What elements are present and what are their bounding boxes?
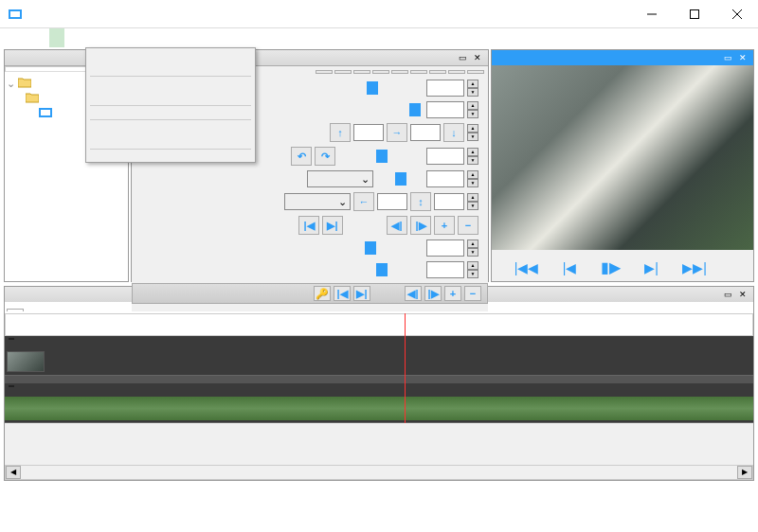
remove-icon[interactable]: −	[458, 216, 478, 235]
menu-render-all[interactable]	[88, 138, 253, 146]
panel-restore-icon[interactable]: ▭	[456, 52, 469, 63]
close-button[interactable]	[715, 0, 758, 27]
speed-button[interactable]	[410, 70, 427, 74]
add-icon[interactable]: +	[444, 286, 461, 301]
spinner-control[interactable]: ▲▼	[467, 239, 478, 257]
menu-remove-empty[interactable]	[88, 109, 253, 116]
slider-thumb-icon[interactable]	[365, 241, 376, 255]
panel-close-icon[interactable]: ✕	[736, 52, 749, 63]
menu-add-audio-track[interactable]	[88, 58, 253, 65]
play-pause-icon[interactable]: ▮▶	[601, 258, 621, 276]
spinner-control[interactable]: ▲▼	[467, 148, 478, 165]
panel-close-icon[interactable]: ✕	[471, 52, 484, 63]
speed-button[interactable]	[334, 70, 352, 74]
slider-thumb-icon[interactable]	[376, 150, 388, 163]
value-input[interactable]	[377, 193, 407, 210]
arrow-right-icon[interactable]: →	[387, 123, 407, 142]
arrow-left-icon[interactable]: ←	[353, 192, 374, 211]
scaling-combo[interactable]: ⌄	[307, 170, 373, 187]
arrow-down-icon[interactable]: ↓	[443, 123, 464, 142]
spinner-control[interactable]: ▲▼	[467, 170, 478, 187]
slider-thumb-icon[interactable]	[409, 103, 421, 116]
slider-control[interactable]	[338, 239, 424, 257]
slider-thumb-icon[interactable]	[376, 263, 388, 276]
speed-button[interactable]	[429, 70, 446, 74]
menu-view[interactable]	[34, 28, 49, 47]
spinner-control[interactable]: ▲▼	[467, 124, 478, 141]
menu-file[interactable]	[4, 28, 19, 47]
menu-remove-empty-tracks[interactable]	[88, 65, 253, 73]
slider-control[interactable]	[338, 80, 424, 97]
add-icon[interactable]: +	[434, 216, 455, 235]
spinner-control[interactable]: ▲▼	[467, 261, 478, 278]
scroll-left-icon[interactable]: ◀	[6, 466, 21, 479]
arrow-vert-icon[interactable]: ↕	[410, 192, 431, 211]
panel-restore-icon[interactable]: ▭	[721, 52, 734, 63]
alignment-combo[interactable]: ⌄	[284, 193, 351, 210]
arrow-up-icon[interactable]: ↑	[330, 123, 351, 142]
slider-thumb-icon[interactable]	[367, 81, 378, 95]
value-input[interactable]	[426, 239, 464, 257]
spinner-control[interactable]: ▲▼	[467, 193, 478, 210]
goto-end-icon[interactable]: ▶▶|	[682, 260, 707, 275]
prev-key-icon[interactable]: |◀	[298, 216, 319, 235]
slider-thumb-icon[interactable]	[395, 172, 406, 186]
menu-add-video-track[interactable]	[88, 50, 253, 58]
spinner-control[interactable]: ▲▼	[467, 101, 478, 118]
value-input[interactable]	[353, 124, 384, 141]
audio-track[interactable]	[5, 383, 753, 423]
video-track[interactable]	[5, 336, 753, 376]
next-icon[interactable]: |▶	[410, 216, 431, 235]
value-input[interactable]	[426, 261, 464, 278]
speed-button[interactable]	[467, 70, 484, 74]
maximize-button[interactable]	[673, 0, 715, 27]
timeline-tab[interactable]	[7, 309, 24, 311]
menu-help[interactable]	[95, 28, 110, 47]
scroll-right-icon[interactable]: ▶	[737, 466, 752, 479]
menu-edit[interactable]	[19, 28, 34, 47]
speed-button[interactable]	[448, 70, 465, 74]
step-back-icon[interactable]: |◀	[563, 260, 577, 275]
next-key-icon[interactable]: ▶|	[353, 286, 370, 301]
value-input[interactable]	[426, 148, 464, 165]
slider-control[interactable]	[338, 148, 424, 165]
value-input[interactable]	[410, 124, 441, 141]
menu-tools[interactable]	[64, 28, 80, 47]
menu-workspace[interactable]	[80, 28, 95, 47]
value-input[interactable]	[426, 101, 464, 118]
timeline-ruler[interactable]	[5, 313, 753, 336]
menu-render-settings[interactable]	[88, 123, 253, 131]
prev-key-icon[interactable]: |◀	[334, 286, 351, 301]
speed-button[interactable]	[316, 70, 333, 74]
remove-icon[interactable]: −	[464, 286, 481, 301]
undo-icon[interactable]: ↶	[291, 147, 312, 166]
menu-render-video[interactable]	[88, 131, 253, 138]
speed-button[interactable]	[353, 70, 370, 74]
value-input[interactable]	[426, 80, 464, 97]
slider-control[interactable]	[376, 170, 424, 187]
horizontal-scrollbar[interactable]: ◀ ▶	[5, 465, 753, 480]
panel-restore-icon[interactable]: ▭	[721, 289, 734, 300]
next-icon[interactable]: |▶	[424, 286, 442, 301]
prev-icon[interactable]: ◀|	[387, 216, 407, 235]
speed-button[interactable]	[372, 70, 389, 74]
spinner-control[interactable]: ▲▼	[467, 80, 478, 97]
step-forward-icon[interactable]: ▶|	[644, 260, 659, 275]
next-key-icon[interactable]: ▶|	[322, 216, 343, 235]
prev-icon[interactable]: ◀|	[405, 286, 422, 301]
redo-icon[interactable]: ↷	[315, 147, 335, 166]
speed-button[interactable]	[391, 70, 408, 74]
menu-close[interactable]	[88, 152, 253, 160]
key-icon[interactable]: 🔑	[314, 286, 331, 301]
menu-sequence[interactable]	[49, 28, 64, 47]
preview-viewport[interactable]	[492, 65, 753, 250]
playhead[interactable]	[405, 313, 406, 423]
value-input[interactable]	[426, 170, 464, 187]
expand-icon[interactable]: ⌄	[7, 78, 15, 90]
scrollbar-track[interactable]	[21, 466, 737, 479]
panel-close-icon[interactable]: ✕	[736, 289, 749, 300]
minimize-button[interactable]	[630, 0, 673, 27]
slider-control[interactable]	[338, 261, 424, 278]
slider-control[interactable]	[338, 101, 424, 118]
value-input[interactable]	[434, 193, 464, 210]
